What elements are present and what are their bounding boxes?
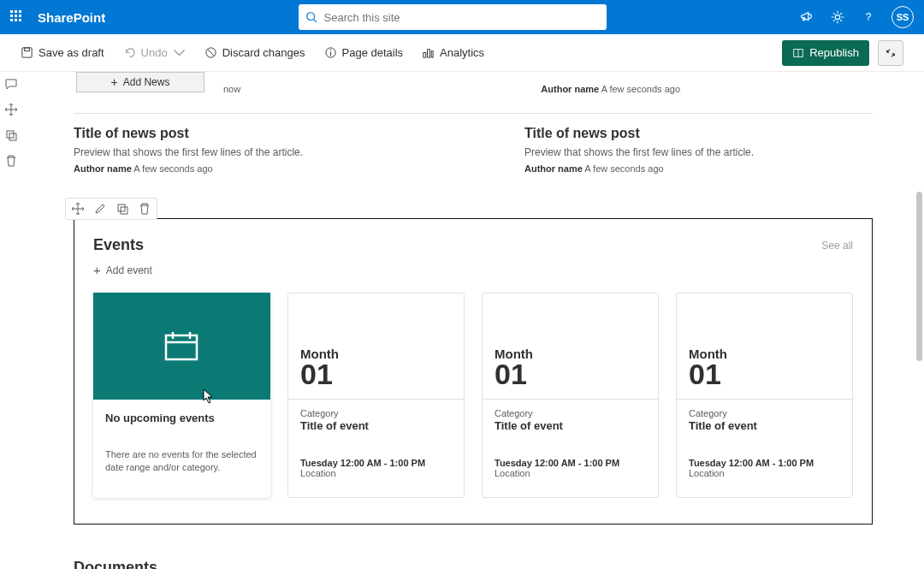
republish-button[interactable]: Republish — [782, 40, 869, 66]
svg-point-0 — [306, 13, 314, 21]
svg-rect-5 — [25, 48, 30, 51]
help-icon[interactable]: ? — [861, 9, 876, 25]
save-as-draft-label: Save as draft — [38, 46, 104, 59]
analytics-label: Analytics — [440, 46, 484, 59]
discard-label: Discard changes — [222, 46, 305, 59]
svg-rect-13 — [431, 51, 433, 58]
command-bar: Save as draft Undo Discard changes Page … — [0, 34, 924, 72]
brand-label: SharePoint — [38, 10, 105, 25]
megaphone-icon[interactable] — [799, 9, 814, 25]
undo-label: Undo — [141, 46, 168, 59]
svg-point-10 — [329, 49, 331, 50]
svg-text:?: ? — [866, 11, 872, 23]
discard-changes-button[interactable]: Discard changes — [204, 46, 305, 59]
collapse-icon[interactable] — [878, 40, 903, 66]
search-input[interactable] — [324, 11, 600, 24]
page-details-label: Page details — [342, 46, 404, 59]
page-details-button[interactable]: Page details — [324, 46, 404, 59]
svg-rect-4 — [22, 48, 32, 57]
republish-label: Republish — [809, 46, 859, 59]
analytics-button[interactable]: Analytics — [422, 46, 484, 59]
undo-button: Undo — [123, 46, 186, 59]
save-as-draft-button[interactable]: Save as draft — [21, 46, 104, 59]
search-icon — [305, 11, 317, 23]
suite-header: SharePoint ? SS — [0, 0, 924, 34]
svg-rect-12 — [428, 50, 430, 57]
user-avatar[interactable]: SS — [891, 6, 914, 28]
search-box[interactable] — [299, 4, 607, 30]
svg-rect-11 — [424, 53, 426, 58]
app-launcher-icon[interactable] — [10, 10, 24, 24]
gear-icon[interactable] — [830, 9, 845, 25]
svg-line-1 — [313, 20, 317, 23]
svg-point-2 — [835, 15, 839, 19]
svg-line-7 — [207, 50, 214, 56]
chevron-down-icon — [173, 46, 186, 59]
